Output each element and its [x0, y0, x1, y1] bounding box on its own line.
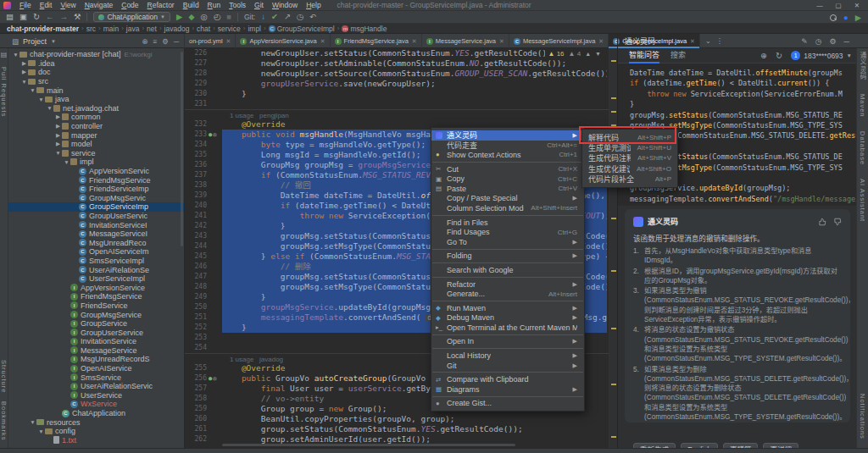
tree-item[interactable]: CUserAiRelationSe: [8, 265, 184, 274]
context-menu-item[interactable]: Column Selection ModeAlt+Shift+Insert: [431, 203, 584, 213]
tree-item[interactable]: CAppVersionServic: [8, 167, 184, 176]
breadcrumb-item[interactable]: service: [218, 25, 241, 33]
new-session-icon[interactable]: ⊕: [760, 51, 767, 60]
tree-toggle-icon[interactable]: ▼: [20, 79, 28, 85]
collapse-all-icon[interactable]: ≡: [153, 37, 157, 46]
context-menu-item[interactable]: ●Create Gist...: [431, 399, 584, 409]
close-icon[interactable]: ✕: [598, 38, 604, 45]
code-line[interactable]: 229 groupUserService.save(newGroupUser);: [185, 79, 617, 89]
thumbs-down-icon[interactable]: [833, 218, 842, 226]
build-icon[interactable]: ⚒: [74, 13, 81, 21]
forward-icon[interactable]: →: [59, 13, 68, 21]
code-line[interactable]: 1 usage pengjipan: [185, 109, 617, 119]
tree-item[interactable]: CFriendMsgService: [8, 175, 184, 185]
history-icon[interactable]: ◷: [297, 13, 303, 21]
tree-item[interactable]: CFriendServiceImp: [8, 185, 184, 194]
structure-tool-button[interactable]: Structure: [0, 360, 8, 393]
menubar-item-code[interactable]: Code: [117, 1, 142, 9]
breadcrumb-item[interactable]: src: [86, 25, 96, 33]
tree-toggle-icon[interactable]: ▼: [29, 419, 36, 425]
context-menu-item[interactable]: Generate...Alt+Insert: [431, 289, 584, 299]
tree-item[interactable]: CMessageServiceI: [8, 229, 184, 239]
chevron-down-icon[interactable]: ▼: [847, 52, 852, 58]
tree-item[interactable]: CGroupMsgServic: [8, 194, 184, 203]
code-line[interactable]: 227 newGroupUser.setAdminable(CommonStat…: [185, 58, 617, 69]
menubar-item-tools[interactable]: Tools: [225, 1, 250, 9]
tree-toggle-icon[interactable]: ▼: [12, 52, 19, 58]
open-folder-icon[interactable]: ▤: [6, 13, 14, 21]
tree-item[interactable]: ▼java: [8, 95, 184, 104]
project-tool-button[interactable]: ▤: [1, 51, 8, 58]
project-panel-title[interactable]: Project: [23, 37, 47, 46]
debug-icon[interactable]: ◆: [188, 13, 194, 21]
tree-item[interactable]: IMsgUnreadRecordS: [8, 355, 184, 364]
thumbs-up-icon[interactable]: [818, 218, 826, 226]
context-menu-item[interactable]: Folding▶: [431, 251, 584, 262]
tree-item[interactable]: ▶controller: [8, 122, 184, 131]
menubar-item-window[interactable]: Window: [268, 1, 302, 9]
tree-toggle-icon[interactable]: ▼: [54, 150, 62, 156]
tree-toggle-icon[interactable]: ▼: [63, 159, 70, 165]
context-menu-item[interactable]: ▦Diagrams▶: [431, 384, 584, 395]
tree-item[interactable]: IAppVersionService: [8, 283, 184, 292]
ai-tab-qa[interactable]: 智能问答: [629, 48, 659, 64]
breadcrumb-item[interactable]: chat: [197, 25, 210, 33]
locate-file-icon[interactable]: ⊕: [142, 37, 147, 46]
context-menu-item[interactable]: ●Show Context ActionsCtrl+1: [431, 150, 584, 160]
rollback-icon[interactable]: ↶: [309, 13, 316, 21]
close-icon[interactable]: ✕: [320, 38, 326, 45]
tree-item[interactable]: IFriendMsgService: [8, 292, 184, 301]
tree-item[interactable]: ▶mapper: [8, 130, 184, 140]
pull-requests-tool-button[interactable]: Pull Requests: [0, 67, 8, 117]
context-menu-item[interactable]: Find UsagesCtrl+G: [431, 227, 584, 237]
tree-item[interactable]: ▼src: [8, 77, 184, 86]
code-with-me-icon[interactable]: ●: [843, 14, 849, 22]
code-line[interactable]: 231: [185, 99, 617, 109]
tree-toggle-icon[interactable]: ▶: [20, 60, 28, 67]
tree-toggle-icon[interactable]: ▼: [29, 87, 36, 93]
horizontal-scrollbar[interactable]: [222, 444, 515, 446]
context-menu-item[interactable]: Local History▶: [431, 351, 584, 361]
editor-tab[interactable]: on-prod.yml✕: [185, 34, 236, 48]
tree-item[interactable]: ▶doc: [8, 68, 184, 77]
menubar-item-file[interactable]: File: [15, 1, 36, 9]
tree-item[interactable]: CSmsServiceImpl: [8, 257, 184, 266]
tree-toggle-icon[interactable]: ▶: [54, 132, 62, 139]
breadcrumb-item[interactable]: mmsgHandle: [342, 25, 387, 33]
coverage-icon[interactable]: ◎: [201, 13, 208, 21]
override-gutter-icon[interactable]: ●◎: [209, 373, 217, 384]
tree-item[interactable]: IGroupMsgService: [8, 310, 184, 319]
gear-icon[interactable]: ⚙: [830, 37, 837, 46]
tree-item[interactable]: CWxService: [8, 400, 184, 409]
ai-submenu-item[interactable]: 生成单元测试Alt+Shift+U: [582, 142, 677, 152]
tree-item[interactable]: ▶common: [8, 113, 184, 122]
ai-tab-search[interactable]: 搜索: [670, 48, 686, 64]
breadcrumb-item[interactable]: main: [103, 25, 119, 33]
ide-update-icon[interactable]: ▶: [855, 14, 861, 22]
edit-icon[interactable]: ✎: [801, 37, 808, 46]
menubar-item-build[interactable]: Build: [179, 1, 203, 9]
maximize-button[interactable]: ▢: [829, 0, 848, 11]
close-button[interactable]: ✕: [848, 0, 866, 11]
code-line[interactable]: 228 newGroupUser.setSource(CommonStatusE…: [185, 69, 617, 79]
menubar-item-git[interactable]: Git: [250, 1, 268, 9]
tree-toggle-icon[interactable]: ▼: [37, 97, 45, 102]
close-icon[interactable]: ✕: [499, 38, 504, 45]
tree-item[interactable]: ISmsService: [8, 373, 184, 382]
menubar-item-edit[interactable]: Edit: [36, 1, 57, 9]
tree-item[interactable]: IFriendService: [8, 301, 184, 311]
stop-icon[interactable]: ■: [226, 13, 231, 21]
prev-issue-icon[interactable]: ▲: [585, 51, 591, 57]
tree-scrollbar[interactable]: [181, 52, 183, 246]
menubar-item-refactor[interactable]: Refactor: [143, 1, 179, 9]
tree-item[interactable]: ▼net.javadog.chat: [8, 104, 184, 113]
history-icon[interactable]: ◷: [815, 37, 822, 46]
context-menu-item[interactable]: ▣CopyCtrl+C: [431, 174, 584, 184]
next-issue-icon[interactable]: ▼: [595, 51, 601, 57]
tree-item[interactable]: IOpenAIService: [8, 364, 184, 373]
tree-item[interactable]: 1.txt: [8, 436, 184, 445]
tree-item[interactable]: ▼chat-provider-master [chat]E:\workgi: [8, 50, 184, 59]
close-icon[interactable]: ✕: [226, 38, 231, 45]
tree-item[interactable]: ▶model: [8, 140, 184, 149]
tool-window-button[interactable]: AI Assistant: [859, 179, 866, 222]
